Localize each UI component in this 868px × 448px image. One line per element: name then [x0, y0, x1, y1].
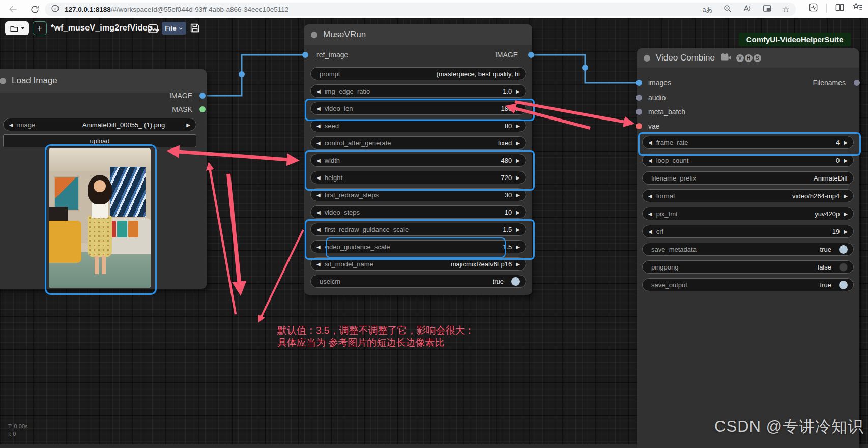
decrement-arrow-icon[interactable]: ◀ — [316, 158, 321, 163]
widget-image[interactable]: ◀ image AnimateDiff_00055_ (1).png ▶ — [3, 118, 196, 131]
widget-crf[interactable]: ◀ crf 19 ▶ — [642, 225, 854, 238]
widget-pix-fmt[interactable]: ◀ pix_fmt yuv420p ▶ — [642, 207, 854, 220]
decrement-arrow-icon[interactable]: ◀ — [316, 244, 321, 250]
decrement-arrow-icon[interactable]: ◀ — [648, 229, 652, 234]
node-header[interactable]: Video Combine V H S — [637, 48, 859, 68]
decrement-arrow-icon[interactable]: ◀ — [316, 106, 321, 111]
output-socket-image[interactable] — [199, 93, 206, 99]
increment-arrow-icon[interactable]: ▶ — [516, 175, 520, 181]
collapse-dot-icon[interactable] — [644, 55, 650, 62]
output-socket-filenames[interactable] — [854, 80, 860, 86]
input-socket-meta-batch[interactable] — [636, 109, 642, 115]
increment-arrow-icon[interactable]: ▶ — [844, 140, 848, 145]
widget-seed[interactable]: ◀ seed 80 ▶ — [310, 119, 526, 132]
back-icon[interactable] — [6, 2, 20, 16]
decrement-arrow-icon[interactable]: ◀ — [316, 261, 321, 267]
input-socket-ref-image[interactable] — [302, 52, 308, 58]
increment-arrow-icon[interactable]: ▶ — [516, 227, 520, 232]
widget-prompt[interactable]: prompt (masterpiece, best quality, hi — [310, 67, 526, 80]
decrement-arrow-icon[interactable]: ◀ — [316, 175, 321, 181]
workflow-tab-title[interactable]: *wf_museV_img2refVideo... — [51, 23, 160, 33]
favorite-star-icon[interactable]: ☆ — [782, 4, 790, 15]
increment-arrow-icon[interactable]: ▶ — [186, 122, 190, 128]
decrement-arrow-icon[interactable]: ◀ — [648, 211, 652, 217]
input-socket-images[interactable] — [636, 80, 642, 86]
collapse-dot-icon[interactable] — [0, 78, 6, 84]
file-menu-button[interactable]: File — [162, 22, 186, 35]
browser-essentials-icon[interactable] — [808, 3, 818, 14]
translate-icon[interactable]: aあ — [702, 5, 713, 14]
node-musevrun[interactable]: MuseVRun ref_image IMAGE prompt (masterp… — [304, 24, 532, 295]
widget-uselcm[interactable]: uselcm true — [310, 275, 526, 288]
widget-video-steps[interactable]: ◀ video_steps 10 ▶ — [310, 205, 526, 219]
decrement-arrow-icon[interactable]: ◀ — [316, 123, 321, 129]
widget-filename-prefix[interactable]: filename_prefix AnimateDiff — [642, 171, 854, 185]
decrement-arrow-icon[interactable]: ◀ — [316, 227, 321, 232]
increment-arrow-icon[interactable]: ▶ — [516, 261, 520, 267]
widget-pingpong[interactable]: pingpong false — [642, 260, 854, 274]
widget-first-redraw-guidance-scale[interactable]: ◀ first_redraw_guidance_scale 1.5 ▶ — [310, 223, 526, 236]
widget-first-redraw-steps[interactable]: ◀ first_redraw_steps 30 ▶ — [310, 188, 526, 201]
increment-arrow-icon[interactable]: ▶ — [516, 123, 520, 129]
uselcm-toggle[interactable] — [511, 277, 520, 286]
widget-save-output[interactable]: save_output true — [642, 278, 854, 291]
node-header[interactable]: MuseVRun — [304, 24, 532, 45]
decrement-arrow-icon[interactable]: ◀ — [648, 140, 652, 145]
workflows-folder-button[interactable] — [5, 21, 29, 35]
widget-img-edge-ratio[interactable]: ◀ img_edge_ratio 1.0 ▶ — [310, 84, 526, 98]
save-output-toggle[interactable] — [839, 281, 848, 289]
widget-video-len[interactable]: ◀ video_len 180 ▶ — [310, 102, 526, 115]
widget-sd-model-name[interactable]: ◀ sd_model_name majicmixRealv6Fp16 ▶ — [310, 257, 526, 271]
increment-arrow-icon[interactable]: ▶ — [516, 106, 520, 111]
increment-arrow-icon[interactable]: ▶ — [844, 158, 848, 163]
input-image-preview[interactable] — [49, 148, 151, 288]
read-aloud-icon[interactable] — [742, 4, 752, 15]
new-workflow-button[interactable]: + — [33, 21, 47, 35]
save-workflow-icon[interactable] — [189, 22, 200, 36]
widget-height[interactable]: ◀ height 720 ▶ — [310, 171, 526, 184]
increment-arrow-icon[interactable]: ▶ — [516, 210, 520, 215]
increment-arrow-icon[interactable]: ▶ — [844, 229, 848, 234]
collapse-dot-icon[interactable] — [311, 32, 317, 38]
decrement-arrow-icon[interactable]: ◀ — [316, 88, 321, 94]
decrement-arrow-icon[interactable]: ◀ — [648, 193, 652, 199]
favorites-bar-icon[interactable] — [853, 2, 863, 14]
node-video-combine[interactable]: Video Combine V H S images audio meta_ba… — [637, 48, 859, 448]
input-socket-audio[interactable] — [636, 95, 642, 101]
decrement-arrow-icon[interactable]: ◀ — [648, 158, 652, 163]
decrement-arrow-icon[interactable]: ◀ — [316, 140, 321, 146]
picture-in-picture-icon[interactable] — [762, 4, 772, 15]
upload-button[interactable]: upload — [3, 134, 196, 147]
increment-arrow-icon[interactable]: ▶ — [516, 88, 520, 94]
increment-arrow-icon[interactable]: ▶ — [516, 140, 520, 146]
zoom-out-icon[interactable] — [723, 4, 732, 15]
pingpong-toggle[interactable] — [839, 263, 848, 272]
widget-frame-rate[interactable]: ◀ frame_rate 4 ▶ — [642, 136, 854, 149]
input-socket-vae[interactable] — [636, 123, 642, 129]
widget-video-guidance-scale[interactable]: ◀ video_guidance_scale 1.5 ▶ — [310, 240, 526, 253]
save-metadata-toggle[interactable] — [839, 245, 848, 254]
refresh-icon[interactable] — [27, 2, 42, 16]
widget-format[interactable]: ◀ format video/h264-mp4 ▶ — [642, 189, 854, 202]
widget-save-metadata[interactable]: save_metadata true — [642, 243, 854, 256]
decrement-arrow-icon[interactable]: ◀ — [316, 210, 321, 215]
decrement-arrow-icon[interactable]: ◀ — [9, 122, 13, 128]
increment-arrow-icon[interactable]: ▶ — [844, 193, 848, 199]
node-load-image[interactable]: Load Image IMAGE MASK ◀ image AnimateDif… — [0, 69, 207, 289]
gallery-image-icon[interactable] — [147, 23, 159, 37]
output-socket-image[interactable] — [528, 52, 534, 58]
widget-value: 720 — [501, 174, 512, 182]
widget-control-after-generate[interactable]: ◀ control_after_generate fixed ▶ — [310, 136, 526, 150]
decrement-arrow-icon[interactable]: ◀ — [316, 192, 321, 198]
site-info-icon[interactable] — [51, 4, 60, 15]
output-socket-mask[interactable] — [199, 106, 206, 112]
increment-arrow-icon[interactable]: ▶ — [516, 244, 520, 250]
split-screen-icon[interactable] — [835, 3, 845, 14]
increment-arrow-icon[interactable]: ▶ — [516, 192, 520, 198]
address-bar[interactable]: 127.0.0.1:8188/#/workspaceId@55ef044d-93… — [45, 3, 796, 16]
increment-arrow-icon[interactable]: ▶ — [516, 158, 520, 163]
widget-loop-count[interactable]: ◀ loop_count 0 ▶ — [642, 154, 854, 167]
node-header[interactable]: Load Image — [0, 69, 207, 93]
widget-width[interactable]: ◀ width 480 ▶ — [310, 154, 526, 167]
increment-arrow-icon[interactable]: ▶ — [844, 211, 848, 217]
